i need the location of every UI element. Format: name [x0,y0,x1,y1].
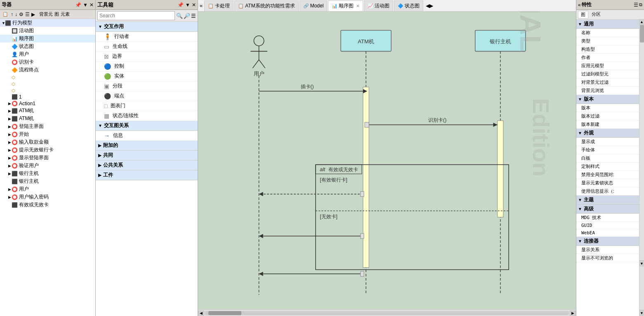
tree-item[interactable]: ▶ ⭕ Action1 [0,100,95,107]
toolbox-item-gate[interactable]: □ 图表门 [96,101,198,111]
tree-item[interactable]: ▶ ⬛ ATM机 [0,107,95,115]
props-item-version-new[interactable]: 版本新建 [576,120,639,129]
tab-partition[interactable]: 分区 [589,11,603,19]
props-group-general[interactable]: ▼ 通用 [576,20,639,29]
props-item-filter-model[interactable]: 过滤到模型元 [576,70,639,78]
tree-item[interactable]: 🔶 流程终点 [0,66,95,74]
props-item-type[interactable]: 类型 [576,37,639,45]
toolbar-btn-back[interactable]: 📋 [2,12,9,17]
props-item-disable-global[interactable]: 禁用全局范围对: [576,171,639,179]
scroll-track-h[interactable] [205,311,569,315]
toolbox-menu-icon[interactable]: ▼ [185,2,190,8]
props-item-show-relations[interactable]: 显示关系 [576,246,639,254]
toolbox-group-additional[interactable]: ▶ 附加的 [96,141,198,151]
props-group-theme[interactable]: ▼ 主题 [576,196,639,205]
tree-item[interactable]: 🔲 活动图 [0,27,95,35]
toolbox-group-interaction[interactable]: ▼ 交互作用 [96,22,198,32]
toolbox-item-state[interactable]: ▦ 状态/连续性 [96,111,198,121]
toolbar-btn-up[interactable]: ↑ [11,12,13,17]
toolbar-btn-options[interactable]: ⚙ [19,12,24,17]
props-item-mdg[interactable]: MDG 技术 [576,214,639,222]
canvas-tab-activity[interactable]: 📈 活动图 [364,0,393,11]
tree-item[interactable]: ▶ ⬛ ATM机 [0,115,95,123]
props-group-appearance[interactable]: ▼ 外观 [576,129,639,138]
props-item-author[interactable]: 作者 [576,54,639,62]
tree-item[interactable]: ⭕ 识别卡 [0,58,95,66]
tree-item[interactable]: ⬛ 有效或无效卡 [0,201,95,209]
props-item-version-filter[interactable]: 版本过滤 [576,112,639,120]
toolbox-group-relations[interactable]: ▼ 交互图关系 [96,121,198,131]
right-toolbar-icon[interactable]: ☰ [634,2,638,8]
tree-item[interactable]: ▼ ⬛ 行为模型 [0,19,95,27]
toolbox-item-control[interactable]: 🔵 控制 [96,61,198,71]
canvas-tab-state[interactable]: 🔷 状态图 [394,0,423,11]
toolbox-options-icon[interactable]: ☰ [191,13,196,19]
scroll-thumb-h[interactable] [208,311,241,315]
props-item-tooltip[interactable]: 使用信息提示（: [576,187,639,196]
canvas-nav-right-next[interactable]: ▶ [429,3,433,9]
toolbox-item-endpoint[interactable]: ⚫ 端点 [96,91,198,101]
props-item-stereotype[interactable]: 构造型 [576,45,639,54]
canvas-scroll-h[interactable]: ◀ ▶ [198,309,576,316]
search-icon[interactable]: 🔍 [176,13,183,19]
toolbox-item-boundary[interactable]: ⊠ 边界 [96,52,198,61]
props-item-show-lock[interactable]: 显示元素锁状态 [576,179,639,187]
toolbox-group-public[interactable]: ▶ 公共关系 [96,160,198,170]
toolbar-btn-down[interactable]: ↓ [15,12,17,17]
tree-item[interactable]: ▶ ⭕ 用户 [0,185,95,193]
tree-item[interactable]: ▶ ⭕ 验证用户 [0,162,95,170]
props-group-connector[interactable]: ▼ 连接器 [576,237,639,246]
props-item-bg-browse[interactable]: 背景元浏览 [576,87,639,95]
scroll-right-btn[interactable]: ▶ [570,311,576,316]
right-panel-btn[interactable]: ⧉ [639,2,642,7]
props-item-whiteboard[interactable]: 白板 [576,154,639,163]
tree-item[interactable]: ▶ ⭕ 输入取款金额 [0,138,95,146]
toolbar-btn-forward[interactable]: ▶ [31,12,35,17]
props-item-apply-model[interactable]: 应用元模型 [576,62,639,70]
tree-item[interactable]: ▶ ⭕ 提示无效银行卡 [0,146,95,154]
tree-item[interactable]: ▶ ⭕ 开始 [0,130,95,138]
pin-icon[interactable]: 📌 [75,2,81,8]
diagram-canvas[interactable]: TRIAL Edition [198,12,576,309]
tree-item[interactable]: ▶ ⭕ 登陆主界面 [0,123,95,130]
tree-item[interactable]: ◇ [0,74,95,80]
canvas-nav-right-prev[interactable]: ◀ [426,3,429,9]
tree-item[interactable]: ⬛ 银行主机 [0,177,95,185]
toolbox-pin-icon[interactable]: 📌 [177,2,184,8]
toolbox-close-icon[interactable]: ✕ [192,2,196,8]
left-panel-menu-icon[interactable]: ▼ [83,2,88,8]
canvas-tab-sequence[interactable]: 📊 顺序图 ✕ [328,0,363,11]
canvas-nav-left[interactable]: « [200,2,203,9]
left-panel-close-icon[interactable]: ✕ [90,2,94,8]
tree-item[interactable]: 🔷 状态图 [0,42,95,50]
toolbox-group-artifact[interactable]: ▶ 工件 [96,170,198,180]
toolbox-item-actor[interactable]: 🧍 行动者 [96,32,198,42]
props-item-show[interactable]: 显示成 [576,138,639,146]
scroll-left-btn[interactable]: ◀ [198,311,204,316]
props-item-guid[interactable]: GUID [576,222,639,229]
tab-close-sequence[interactable]: ✕ [356,4,359,8]
search-clear-icon[interactable]: 🔎 [184,13,190,19]
toolbox-group-common[interactable]: ▶ 共同 [96,151,198,160]
tree-item[interactable]: ▶ ⬛ 银行主机 [0,170,95,177]
right-scroll-thumb[interactable] [640,28,644,42]
canvas-tab-atm[interactable]: 📋 ATM系统的功能性需求 [234,0,298,11]
toolbox-item-entity[interactable]: 🟢 实体 [96,71,198,81]
props-item-name[interactable]: 名称 [576,29,639,37]
right-scroll-down[interactable]: ▼ [639,310,644,316]
toolbar-btn-more[interactable]: ☰ [25,12,30,17]
props-item-handdrawn[interactable]: 手绘体 [576,146,639,154]
canvas-tab-model[interactable]: 🔗 Model [300,0,328,11]
right-props-scrollbar[interactable]: ▲ ▼ [639,20,644,316]
props-item-show-nonbrowse[interactable]: 显示不可浏览的 [576,254,639,262]
props-item-version[interactable]: 版本 [576,104,639,112]
tree-item[interactable]: 📊 顺序图 [0,35,95,42]
tree-item[interactable]: ▶ ⭕ 用户输入密码 [0,193,95,201]
toolbox-item-fragment[interactable]: ▣ 分段 [96,81,198,91]
toolbox-item-lifeline[interactable]: ▭ 生命线 [96,42,198,52]
props-item-filter-bg[interactable]: 对背景元过滤 [576,78,639,87]
search-input[interactable] [97,11,175,20]
canvas-tab-kachu[interactable]: 📋 卡处理 [204,0,234,11]
tree-item[interactable]: ◇ [0,87,95,94]
toolbox-item-message[interactable]: → 信息 [96,131,198,141]
